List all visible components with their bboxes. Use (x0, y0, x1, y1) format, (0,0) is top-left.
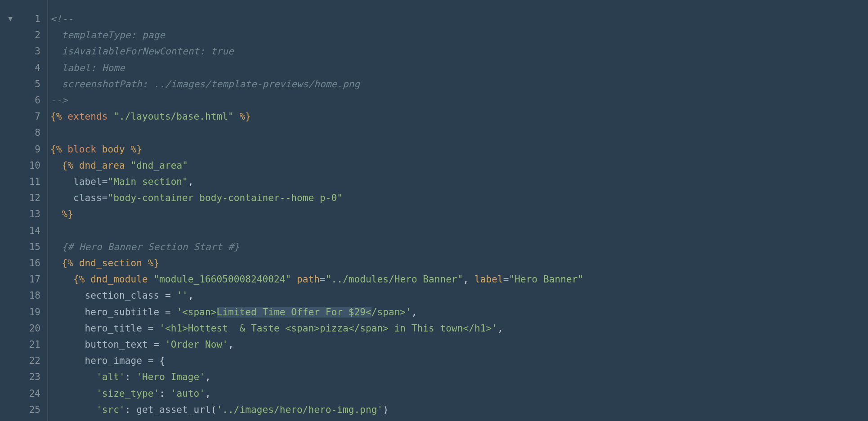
code-token: = (148, 355, 160, 366)
line-number: 16 (21, 255, 47, 271)
code-token: "./layouts/base.html" (113, 111, 234, 122)
code-token (148, 274, 154, 285)
code-token: = (102, 193, 108, 203)
code-token: , (463, 274, 475, 285)
code-token: = (320, 274, 326, 285)
code-token: = (102, 176, 108, 187)
code-token: { (159, 355, 165, 366)
code-token: = (165, 307, 177, 318)
code-line[interactable]: <!-- (47, 11, 868, 27)
code-token: 'Order Now' (165, 339, 228, 350)
line-number: 5 (21, 76, 47, 92)
code-line[interactable]: section_class = '', (47, 287, 868, 304)
code-token: button_text (85, 339, 153, 350)
line-number: 19 (21, 304, 47, 320)
code-token: body (102, 144, 125, 155)
code-token: /span>' (371, 307, 412, 318)
editor[interactable]: ▼ 12345678910111213141516171819202122232… (0, 0, 868, 421)
code-token: , (188, 176, 194, 187)
line-number: 23 (21, 369, 47, 385)
code-token: block (67, 144, 96, 155)
line-number: 3 (21, 43, 47, 59)
code-token: 'auto' (171, 388, 205, 399)
code-token: dnd_module (90, 274, 148, 285)
line-number: 13 (21, 206, 47, 222)
line-number: 17 (21, 271, 47, 287)
fold-marker[interactable]: ▼ (0, 11, 21, 27)
line-number: 7 (21, 108, 47, 125)
code-line[interactable]: 'src': get_asset_url('../images/hero/her… (47, 402, 868, 418)
code-token: '../images/hero/hero-img.png' (217, 404, 383, 415)
code-token: ) (383, 404, 389, 415)
code-line[interactable]: button_text = 'Order Now', (47, 336, 868, 353)
code-line[interactable]: {% dnd_area "dnd_area" (47, 157, 868, 174)
code-token: 'alt' (96, 372, 125, 382)
code-token: : (159, 388, 171, 399)
code-token: '<span> (176, 307, 216, 318)
line-number: 14 (21, 223, 47, 239)
code-token: templateType: page (62, 30, 165, 40)
code-line[interactable]: %} (47, 206, 868, 222)
code-token: hero_image (85, 355, 148, 366)
indent-ruler (47, 0, 48, 421)
code-line[interactable]: 'size_type': 'auto', (47, 385, 868, 402)
code-token: , (497, 323, 503, 334)
code-line[interactable]: screenshotPath: ../images/template-previ… (47, 76, 868, 92)
code-token: Limited Time Offer For $29< (217, 307, 371, 318)
code-token: 'Hero Image' (136, 372, 205, 382)
code-token: {% (50, 144, 67, 155)
code-token: extends (67, 111, 107, 122)
code-line[interactable] (47, 223, 868, 239)
code-token: %} (142, 258, 159, 269)
code-token: section_class (85, 290, 165, 301)
code-token: = (503, 274, 509, 285)
code-token: = (148, 323, 160, 334)
code-token: label (474, 274, 503, 285)
line-number: 6 (21, 92, 47, 108)
code-token: : (125, 404, 137, 415)
line-number: 18 (21, 287, 47, 304)
line-number: 9 (21, 141, 47, 157)
code-line[interactable]: hero_image = { (47, 353, 868, 369)
code-token: %} (125, 144, 142, 155)
code-line[interactable]: isAvailableForNewContent: true (47, 43, 868, 59)
code-line[interactable]: {# Hero Banner Section Start #} (47, 239, 868, 255)
code-line[interactable]: {% dnd_module "module_166050008240024" p… (47, 271, 868, 287)
code-token: %} (234, 111, 251, 122)
fold-gutter: ▼ (0, 0, 21, 421)
line-number: 1 (21, 11, 47, 27)
code-line[interactable]: class="body-container body-container--ho… (47, 190, 868, 206)
code-token: : (125, 372, 137, 382)
code-line[interactable]: hero_subtitle = '<span>Limited Time Offe… (47, 304, 868, 320)
line-number: 24 (21, 385, 47, 402)
line-number: 2 (21, 27, 47, 43)
code-token: '' (176, 290, 188, 301)
code-line[interactable]: {% dnd_section %} (47, 255, 868, 271)
code-token: hero_title (85, 323, 148, 334)
code-line[interactable]: --> (47, 92, 868, 108)
code-line[interactable]: {% extends "./layouts/base.html" %} (47, 108, 868, 125)
code-line[interactable]: label: Home (47, 60, 868, 76)
line-number: 15 (21, 239, 47, 255)
code-line[interactable] (47, 125, 868, 141)
code-area[interactable]: <!-- templateType: page isAvailableForNe… (47, 0, 868, 421)
code-token: , (188, 290, 194, 301)
code-line[interactable]: 'alt': 'Hero Image', (47, 369, 868, 385)
code-token: screenshotPath: ../images/template-previ… (62, 79, 360, 90)
code-token: hero_subtitle (85, 307, 165, 318)
code-token (96, 144, 102, 155)
code-line[interactable]: {% block body %} (47, 141, 868, 157)
line-number: 12 (21, 190, 47, 206)
code-token: label (73, 176, 102, 187)
code-token: {% (50, 111, 67, 122)
code-line[interactable]: hero_title = '<h1>Hottest & Taste <span>… (47, 320, 868, 336)
code-token: ( (211, 404, 217, 415)
code-token: --> (50, 95, 67, 106)
code-line[interactable]: label="Main section", (47, 174, 868, 190)
line-number: 22 (21, 353, 47, 369)
line-number: 11 (21, 174, 47, 190)
code-token: '<h1>Hottest & Taste <span>pizza</span> … (159, 323, 497, 334)
code-line[interactable]: templateType: page (47, 27, 868, 43)
vertical-scrollbar[interactable] (859, 0, 868, 421)
line-number: 8 (21, 125, 47, 141)
